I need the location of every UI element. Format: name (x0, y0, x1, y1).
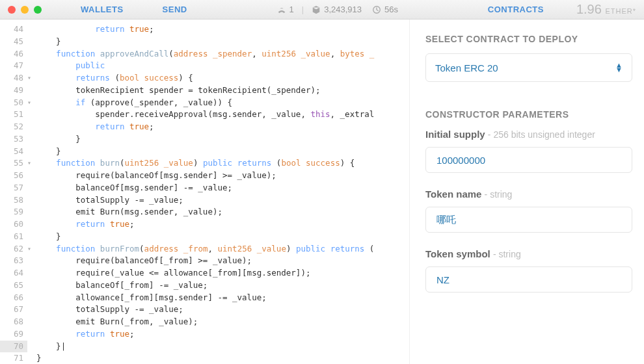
code-line[interactable]: 52 return true; (0, 121, 409, 133)
line-number: 57 (0, 182, 27, 194)
fold-icon (27, 292, 34, 304)
code-line[interactable]: 67 totalSupply -= _value; (0, 304, 409, 316)
line-content: return true; (34, 121, 409, 133)
fold-icon (27, 352, 34, 364)
fold-icon (27, 182, 34, 194)
line-number: 62 (0, 243, 27, 255)
code-line[interactable]: 48▾ returns (bool success) { (0, 72, 409, 84)
divider: | (302, 5, 304, 14)
line-number: 60 (0, 218, 27, 231)
chevron-updown-icon: ▲▼ (615, 63, 623, 72)
code-line[interactable]: 49 tokenRecipient spender = tokenRecipie… (0, 84, 409, 97)
fold-icon (27, 36, 34, 48)
nav-send[interactable]: SEND (143, 5, 207, 14)
param-group: Initial supply - 256 bits unsigned integ… (425, 129, 632, 173)
code-line[interactable]: 64 require(_value <= allowance[_from][ms… (0, 267, 409, 280)
line-content: function burnFrom(address _from, uint256… (34, 243, 409, 255)
line-content: function approveAndCall(address _spender… (34, 48, 409, 60)
line-number: 55 (0, 157, 27, 170)
param-hint: - string (493, 249, 521, 259)
param-group: Token symbol - stringNZ (425, 248, 632, 292)
line-content: totalSupply -= _value; (34, 194, 409, 207)
peers-value: 1 (289, 5, 294, 14)
line-number: 63 (0, 255, 27, 267)
line-number: 45 (0, 36, 27, 48)
code-line[interactable]: 56 require(balanceOf[msg.sender] >= _val… (0, 170, 409, 182)
line-number: 49 (0, 84, 27, 97)
line-content: allowance[_from][msg.sender] -= _value; (34, 292, 409, 304)
line-content: } (34, 146, 409, 158)
line-content: if (approve(_spender, _value)) { (34, 97, 409, 109)
line-number: 70 (0, 341, 27, 353)
block-value: 3,243,913 (324, 5, 362, 14)
fold-icon (27, 316, 34, 328)
code-line[interactable]: 71} (0, 352, 409, 364)
contract-select-value: Token ERC 20 (435, 62, 498, 73)
fold-icon (27, 304, 34, 316)
minimize-icon[interactable] (21, 6, 29, 14)
line-content: return true; (34, 328, 409, 341)
param-hint: - string (485, 189, 513, 200)
nav-contracts[interactable]: CONTRACTS (468, 5, 563, 14)
param-input[interactable]: NZ (425, 266, 632, 292)
code-line[interactable]: 63 require(balanceOf[_from] >= _value); (0, 255, 409, 267)
line-number: 71 (0, 352, 27, 364)
code-line[interactable]: 61 } (0, 231, 409, 243)
code-line[interactable]: 45 } (0, 36, 409, 48)
code-line[interactable]: 59 emit Burn(msg.sender, _value); (0, 206, 409, 218)
fold-icon (27, 267, 34, 280)
code-editor[interactable]: 44 return true;45 }46 function approveAn… (0, 23, 409, 364)
code-line[interactable]: 65 balanceOf[_from] -= _value; (0, 280, 409, 292)
code-line[interactable]: 54 } (0, 146, 409, 158)
code-line[interactable]: 47 public (0, 60, 409, 72)
code-line[interactable]: 53 } (0, 133, 409, 146)
code-line[interactable]: 58 totalSupply -= _value; (0, 194, 409, 207)
fold-icon (27, 121, 34, 133)
nav-wallets[interactable]: WALLETS (61, 5, 143, 14)
fold-icon (27, 280, 34, 292)
param-input[interactable]: 100000000 (425, 147, 632, 173)
line-content: } (34, 133, 409, 146)
code-line[interactable]: 46 function approveAndCall(address _spen… (0, 48, 409, 60)
code-line[interactable]: 66 allowance[_from][msg.sender] -= _valu… (0, 292, 409, 304)
fold-icon[interactable]: ▾ (27, 157, 34, 170)
param-group: Token name - string哪吒 (425, 188, 632, 233)
line-content: } (34, 231, 409, 243)
code-line[interactable]: 70 }| (0, 341, 409, 353)
code-line[interactable]: 69 return true; (0, 328, 409, 341)
line-content: tokenRecipient spender = tokenRecipient(… (34, 84, 409, 97)
deploy-panel: SELECT CONTRACT TO DEPLOY Token ERC 20 ▲… (410, 20, 644, 364)
code-line[interactable]: 50▾ if (approve(_spender, _value)) { (0, 97, 409, 109)
code-line[interactable]: 68 emit Burn(_from, _value); (0, 316, 409, 328)
fold-icon (27, 109, 34, 121)
code-line[interactable]: 62▾ function burnFrom(address _from, uin… (0, 243, 409, 255)
fold-icon[interactable]: ▾ (27, 97, 34, 109)
code-line[interactable]: 57 balanceOf[msg.sender] -= _value; (0, 182, 409, 194)
line-content: spender.receiveApproval(msg.sender, _val… (34, 109, 409, 121)
fold-icon[interactable]: ▾ (27, 72, 34, 84)
fold-icon[interactable]: ▾ (27, 243, 34, 255)
line-number: 64 (0, 267, 27, 280)
contract-select[interactable]: Token ERC 20 ▲▼ (425, 53, 632, 82)
line-number: 69 (0, 328, 27, 341)
fold-icon (27, 23, 34, 36)
balance-unit: ETHER* (605, 7, 636, 15)
maximize-icon[interactable] (34, 6, 42, 14)
line-content: function burn(uint256 _value) public ret… (34, 157, 409, 170)
code-line[interactable]: 55▾ function burn(uint256 _value) public… (0, 157, 409, 170)
line-content: } (34, 36, 409, 48)
param-input[interactable]: 哪吒 (425, 207, 632, 233)
line-number: 46 (0, 48, 27, 60)
line-content: require(balanceOf[_from] >= _value); (34, 255, 409, 267)
status-time: 56s (372, 5, 398, 14)
line-content: public (34, 60, 409, 72)
line-content: balanceOf[msg.sender] -= _value; (34, 182, 409, 194)
code-line[interactable]: 60 return true; (0, 218, 409, 231)
line-content: totalSupply -= _value; (34, 304, 409, 316)
code-line[interactable]: 51 spender.receiveApproval(msg.sender, _… (0, 109, 409, 121)
code-line[interactable]: 44 return true; (0, 23, 409, 36)
line-number: 67 (0, 304, 27, 316)
fold-icon (27, 194, 34, 207)
line-content: }| (34, 341, 409, 353)
close-icon[interactable] (8, 6, 16, 14)
